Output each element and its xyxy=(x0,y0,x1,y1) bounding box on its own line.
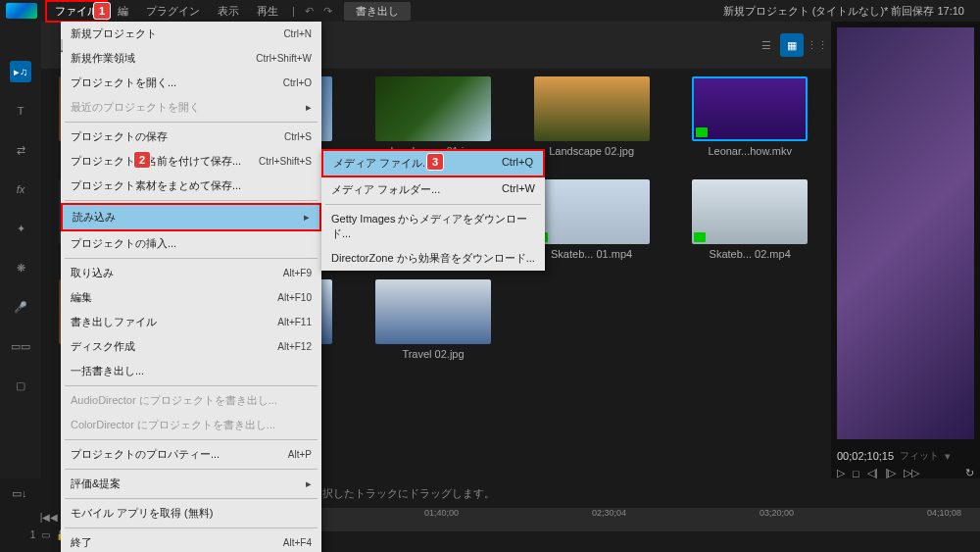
media-item[interactable]: Travel 02.jpg xyxy=(366,279,501,360)
menu-save-as[interactable]: プロジェクトに名前を付けて保存...Ctrl+Shift+S xyxy=(61,149,321,174)
menu-new-workspace[interactable]: 新規作業領域Ctrl+Shift+W xyxy=(61,46,321,71)
timeline-options-icon[interactable]: ▭↓ xyxy=(12,487,27,500)
media-item[interactable]: Skateb... 02.mp4 xyxy=(682,179,817,260)
view-details-icon[interactable]: ⋮⋮ xyxy=(806,33,829,57)
annotation-badge-2: 2 xyxy=(133,151,151,169)
media-thumb[interactable] xyxy=(534,179,650,244)
media-label: Travel 02.jpg xyxy=(402,348,464,360)
audio-room-icon[interactable]: 🎤 xyxy=(10,296,31,318)
submenu-directorzone[interactable]: DirectorZone から効果音をダウンロード... xyxy=(321,246,545,271)
effect-room-icon[interactable]: fx xyxy=(10,178,31,200)
menubar: ファイル 編 プラグイン 表示 再生 | ↶ ↷ 書き出し 新規プロジェクト (… xyxy=(0,0,980,22)
subtitle-room-icon[interactable]: ▢ xyxy=(10,375,31,396)
menu-batch-export[interactable]: 一括書き出し... xyxy=(61,359,321,383)
preview-panel: 00;02;10;15 フィット ▾ ▷ □ ◁| |▷ ▷▷ ↻ xyxy=(831,22,980,488)
separator xyxy=(65,498,318,499)
separator xyxy=(65,200,318,201)
file-menu-dropdown: 新規プロジェクトCtrl+N 新規作業領域Ctrl+Shift+W プロジェクト… xyxy=(61,22,321,552)
undo-icon[interactable]: ↶ xyxy=(305,5,314,18)
media-thumb[interactable] xyxy=(375,76,491,141)
ruler-tick: 03;20;00 xyxy=(760,508,794,518)
view-list-icon[interactable]: ☰ xyxy=(755,33,778,57)
annotation-badge-1: 1 xyxy=(93,2,111,20)
menu-view[interactable]: 表示 xyxy=(210,2,247,21)
export-button[interactable]: 書き出し xyxy=(344,2,411,21)
tool-sidebar: ▸♫ T ⇄ fx ✦ ❋ 🎤 ▭▭ ▢ xyxy=(0,22,41,552)
media-item[interactable]: Leonar...how.mkv xyxy=(682,76,817,160)
menu-edit-mode[interactable]: 編集Alt+F10 xyxy=(61,285,321,310)
ruler-tick: 02;30;04 xyxy=(592,508,626,518)
media-item[interactable]: Landscape 02.jpg xyxy=(524,76,660,160)
media-label: Skateb... 02.mp4 xyxy=(710,248,791,260)
project-title: 新規プロジェクト (タイトルなし)* 前回保存 17:10 xyxy=(723,4,974,19)
title-room-icon[interactable]: T xyxy=(10,100,31,122)
media-thumb[interactable] xyxy=(375,279,491,344)
particle-room-icon[interactable]: ❋ xyxy=(10,257,31,278)
media-room-icon[interactable]: ▸♫ xyxy=(10,61,31,82)
media-thumb[interactable] xyxy=(692,179,808,244)
media-item[interactable]: Landscape 01.jpg xyxy=(366,76,501,160)
separator xyxy=(65,258,318,259)
menu-exit[interactable]: 終了Alt+F4 xyxy=(61,530,321,552)
app-logo xyxy=(6,3,37,19)
menu-plugin[interactable]: プラグイン xyxy=(138,2,208,21)
timecode-display: 00;02;10;15 xyxy=(837,450,894,462)
separator xyxy=(65,385,318,386)
menu-disc[interactable]: ディスク作成Alt+F12 xyxy=(61,334,321,359)
menu-insert-project[interactable]: プロジェクトの挿入... xyxy=(61,231,321,256)
annotation-arrow xyxy=(55,39,69,53)
media-label: Landscape 02.jpg xyxy=(549,145,634,157)
used-marker-icon xyxy=(696,127,708,137)
menu-properties[interactable]: プロジェクトのプロパティー...Alt+P xyxy=(61,442,321,467)
menu-playback[interactable]: 再生 xyxy=(249,2,286,21)
ruler-tick: 01;40;00 xyxy=(424,508,459,518)
used-marker-icon xyxy=(694,232,706,242)
menu-edit[interactable]: 編 xyxy=(110,2,136,21)
separator xyxy=(65,469,318,470)
menu-feedback[interactable]: 評価&提案▸ xyxy=(61,472,321,496)
submenu-getty[interactable]: Getty Images からメディアをダウンロード... xyxy=(321,207,545,246)
separator xyxy=(65,439,318,440)
menu-import[interactable]: 読み込み▸ xyxy=(61,203,321,231)
chapter-room-icon[interactable]: ▭▭ xyxy=(10,335,31,357)
redo-icon[interactable]: ↷ xyxy=(323,5,332,18)
transition-room-icon[interactable]: ⇄ xyxy=(10,139,31,161)
media-thumb[interactable] xyxy=(534,76,650,141)
ruler-tick: 04;10;08 xyxy=(927,508,961,518)
menu-new-project[interactable]: 新規プロジェクトCtrl+N xyxy=(61,22,321,46)
menu-capture[interactable]: 取り込みAlt+F9 xyxy=(61,261,321,285)
annotation-badge-3: 3 xyxy=(426,153,444,171)
media-label: Skateb... 01.mp4 xyxy=(551,248,632,260)
separator xyxy=(65,122,318,123)
dropdown-icon[interactable]: ▾ xyxy=(945,450,951,463)
svg-marker-1 xyxy=(61,51,63,53)
menu-mobile-app[interactable]: モバイル アプリを取得 (無料) xyxy=(61,501,321,526)
stop-icon[interactable]: □ xyxy=(853,468,859,479)
menu-recent-projects: 最近のプロジェクトを開く▸ xyxy=(61,95,321,120)
media-thumb[interactable] xyxy=(692,76,808,141)
menu-open-project[interactable]: プロジェクトを開く...Ctrl+O xyxy=(61,71,321,95)
pip-room-icon[interactable]: ✦ xyxy=(10,218,31,239)
menu-save-materials[interactable]: プロジェクト素材をまとめて保存... xyxy=(61,174,321,198)
fit-label[interactable]: フィット xyxy=(900,449,939,463)
view-grid-icon[interactable]: ▦ xyxy=(780,33,804,57)
separator xyxy=(65,527,318,528)
divider: | xyxy=(292,5,295,17)
menu-audiodirector[interactable]: AudioDirector にプロジェクトを書き出し... xyxy=(61,388,321,413)
menu-export-file[interactable]: 書き出しファイルAlt+F11 xyxy=(61,310,321,334)
submenu-media-folder[interactable]: メディア フォルダー...Ctrl+W xyxy=(321,177,545,202)
menu-colordirector[interactable]: ColorDirector にプロジェクトを書き出し... xyxy=(61,413,321,437)
separator xyxy=(325,204,541,205)
menu-save-project[interactable]: プロジェクトの保存Ctrl+S xyxy=(61,125,321,149)
preview-viewport[interactable] xyxy=(837,27,974,439)
media-label: Leonar...how.mkv xyxy=(708,145,792,157)
